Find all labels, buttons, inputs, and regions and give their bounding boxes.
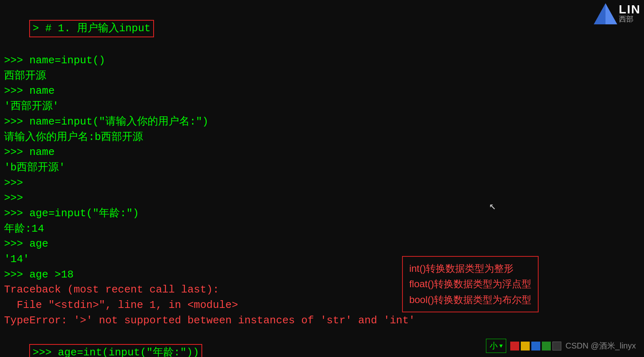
line-1: > # 1. 用户输入input xyxy=(4,4,640,53)
terminal-window: > # 1. 用户输入input >>> name=input() 西部开源 >… xyxy=(0,0,644,357)
mouse-cursor-icon: ↖ xyxy=(489,199,494,208)
annotation-line1: int()转换数据类型为整形 xyxy=(409,261,531,276)
annotation-line3: bool()转换数据类型为布尔型 xyxy=(409,292,531,308)
logo-text-block: LIN 西部 xyxy=(619,3,641,23)
line-17: Traceback (most recent call last): xyxy=(4,282,640,298)
color-palette xyxy=(510,342,561,351)
color-box-red[interactable] xyxy=(510,342,519,351)
bottom-bar: 小 ▼ CSDN @酒米_linyx xyxy=(474,335,644,357)
line-3: 西部开源 xyxy=(4,69,640,84)
logo-container: LIN 西部 xyxy=(594,3,641,27)
color-box-blue[interactable] xyxy=(531,342,540,351)
logo-icon xyxy=(594,3,617,27)
chevron-down-icon: ▼ xyxy=(499,343,503,349)
line-8: >>> name xyxy=(4,145,640,160)
color-box-dark[interactable] xyxy=(552,342,561,351)
line-15: '14' xyxy=(4,252,640,267)
line-7: 请输入你的用户名:b西部开源 xyxy=(4,130,640,145)
line-highlight-int: >>> age=int(input("年龄:")) xyxy=(29,344,202,357)
logo-triangle-left xyxy=(594,3,605,24)
line-16: >>> age >18 xyxy=(4,267,640,283)
csdn-watermark: CSDN @酒米_linyx xyxy=(565,340,636,351)
size-selector[interactable]: 小 ▼ xyxy=(486,339,506,353)
logo-main-text: LIN xyxy=(619,3,641,15)
line-18: File "<stdin>", line 1, in <module> xyxy=(4,298,640,313)
color-box-green[interactable] xyxy=(542,342,551,351)
line-2: >>> name=input() xyxy=(4,53,640,69)
logo-sub-text: 西部 xyxy=(619,15,641,23)
line-13: 年龄:14 xyxy=(4,222,640,237)
line-14: >>> age xyxy=(4,237,640,252)
line-10: >>> xyxy=(4,176,640,191)
line-4: >>> name xyxy=(4,84,640,99)
line-12: >>> age=input("年龄:") xyxy=(4,206,640,222)
annotation-box: int()转换数据类型为整形 float()转换数据类型为浮点型 bool()转… xyxy=(402,256,539,312)
line-5: '西部开源' xyxy=(4,99,640,114)
size-label: 小 xyxy=(490,340,498,351)
line-6: >>> name=input("请输入你的用户名:") xyxy=(4,114,640,130)
annotation-line2: float()转换数据类型为浮点型 xyxy=(409,276,531,292)
color-box-yellow[interactable] xyxy=(521,342,530,351)
line-19: TypeError: '>' not supported between ins… xyxy=(4,313,640,329)
line-highlight-header: > # 1. 用户输入input xyxy=(29,20,154,38)
line-9: 'b西部开源' xyxy=(4,160,640,176)
logo-triangle-right xyxy=(605,3,617,24)
line-11: >>> xyxy=(4,191,640,206)
